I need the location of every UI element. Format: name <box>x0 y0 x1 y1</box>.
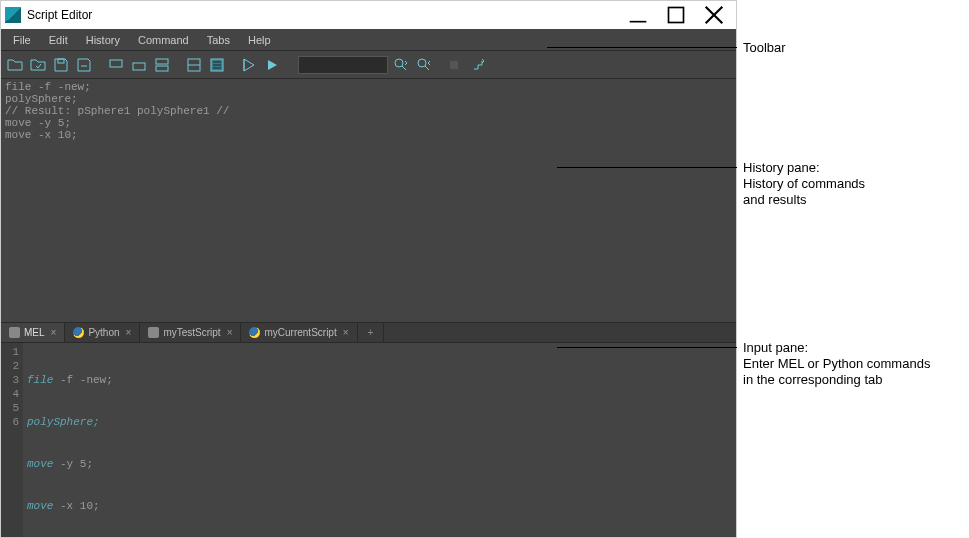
save-to-shelf-icon[interactable] <box>74 55 94 75</box>
svg-point-18 <box>418 59 426 67</box>
clear-history-icon[interactable] <box>106 55 126 75</box>
close-icon[interactable]: × <box>126 327 132 338</box>
menu-edit[interactable]: Edit <box>41 32 76 48</box>
anno-toolbar: Toolbar <box>743 40 786 56</box>
anno-input: Input pane: Enter MEL or Python commands… <box>743 340 930 388</box>
svg-rect-20 <box>450 61 458 69</box>
execute-all-icon[interactable] <box>262 55 282 75</box>
window-buttons <box>628 5 732 25</box>
svg-rect-6 <box>133 63 145 70</box>
minimize-button[interactable] <box>628 5 648 25</box>
svg-rect-1 <box>669 8 684 23</box>
tab-mel[interactable]: MEL × <box>1 323 65 342</box>
line-gutter: 1 2 3 4 5 6 <box>1 343 23 537</box>
tab-mycurrentscript-label: myCurrentScript <box>264 327 336 338</box>
menu-help[interactable]: Help <box>240 32 279 48</box>
tab-mytestscript-label: myTestScript <box>163 327 220 338</box>
tab-mytestscript[interactable]: myTestScript × <box>140 323 241 342</box>
source-script-icon[interactable] <box>28 55 48 75</box>
execute-icon[interactable] <box>239 55 259 75</box>
maximize-button[interactable] <box>666 5 686 25</box>
tab-mel-label: MEL <box>24 327 45 338</box>
svg-rect-5 <box>110 60 122 67</box>
clear-all-icon[interactable] <box>152 55 172 75</box>
search-down-icon[interactable] <box>391 55 411 75</box>
save-script-icon[interactable] <box>51 55 71 75</box>
mel-icon <box>9 327 20 338</box>
python-icon <box>249 327 260 338</box>
titlebar: Script Editor <box>1 1 736 29</box>
close-icon[interactable]: × <box>227 327 233 338</box>
search-input[interactable] <box>298 56 388 74</box>
menu-history[interactable]: History <box>78 32 128 48</box>
svg-rect-7 <box>156 59 168 64</box>
anno-history: History pane: History of commands and re… <box>743 160 865 208</box>
tab-python[interactable]: Python × <box>65 323 140 342</box>
maya-logo-icon <box>5 7 21 23</box>
svg-rect-8 <box>156 66 168 71</box>
window-title: Script Editor <box>27 8 628 22</box>
close-icon[interactable]: × <box>51 327 57 338</box>
script-editor-window: Script Editor File Edit History Command … <box>0 0 737 538</box>
svg-line-19 <box>425 66 429 70</box>
search-up-icon[interactable] <box>414 55 434 75</box>
annotations-panel: Toolbar History pane: History of command… <box>737 0 969 538</box>
add-tab-button[interactable]: + <box>358 323 385 342</box>
open-script-icon[interactable] <box>5 55 25 75</box>
menu-command[interactable]: Command <box>130 32 197 48</box>
close-icon[interactable]: × <box>343 327 349 338</box>
step-icon[interactable] <box>469 55 489 75</box>
show-input-icon[interactable] <box>207 55 227 75</box>
menu-file[interactable]: File <box>5 32 39 48</box>
mel-icon <box>148 327 159 338</box>
menu-tabs[interactable]: Tabs <box>199 32 238 48</box>
tab-mycurrentscript[interactable]: myCurrentScript × <box>241 323 357 342</box>
svg-rect-4 <box>58 59 64 63</box>
clear-input-icon[interactable] <box>129 55 149 75</box>
svg-line-17 <box>402 66 406 70</box>
close-button[interactable] <box>704 5 724 25</box>
goto-line-icon[interactable] <box>446 55 466 75</box>
python-icon <box>73 327 84 338</box>
svg-point-16 <box>395 59 403 67</box>
tab-python-label: Python <box>88 327 119 338</box>
show-history-icon[interactable] <box>184 55 204 75</box>
